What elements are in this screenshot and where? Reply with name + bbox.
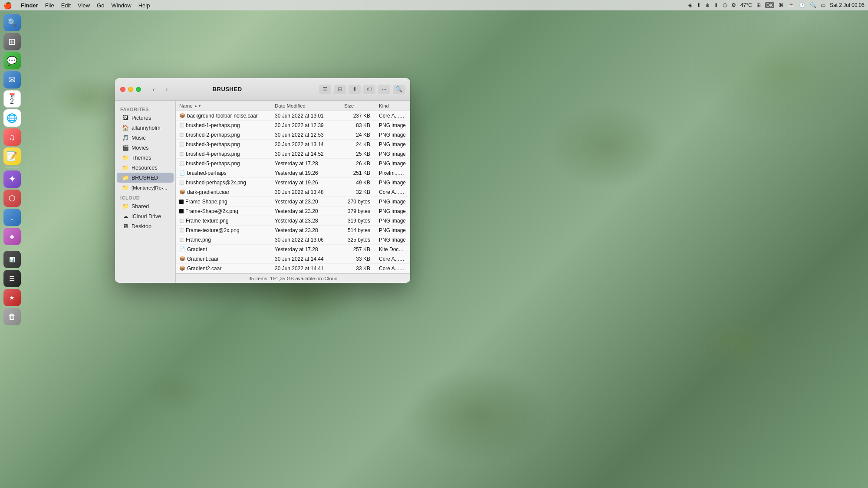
menubar-dk-badge: DK [765, 2, 774, 8]
more-button[interactable]: ··· [378, 85, 390, 94]
col-date-header[interactable]: Date Modified [271, 101, 341, 111]
dock-music[interactable]: ♫ [3, 128, 21, 146]
dock-app-pink[interactable]: ♠ [3, 228, 21, 245]
sidebar-item-movies[interactable]: 🎬 Movies [117, 143, 174, 153]
file-name: Frame-Shape@2x.png [176, 208, 271, 214]
sidebar-item-allannyholm[interactable]: 🏠 allannyholm [117, 123, 174, 133]
table-row[interactable]: 🖼Frame-texture.png Yesterday at 23.28 31… [176, 216, 410, 226]
sidebar-item-shared[interactable]: 📁 Shared [117, 201, 174, 211]
table-row[interactable]: 📄brushed-perhaps Yesterday at 19.26 251 … [176, 168, 410, 178]
sidebar-item-icloud-drive[interactable]: ☁ iCloud Drive [117, 211, 174, 221]
dock-downloads[interactable]: ↓ [3, 209, 21, 226]
table-row[interactable]: 📦background-toolbar-noise.caar 30 Jun 20… [176, 111, 410, 121]
movies-icon: 🎬 [122, 144, 129, 151]
file-size: 24 KB [341, 141, 375, 147]
table-row[interactable]: 🖼brushed-4-perhaps.png 30 Jun 2022 at 14… [176, 149, 410, 159]
menubar-app-name[interactable]: Finder [21, 2, 38, 9]
table-row[interactable]: 🖼brushed-perhaps@2x.png Yesterday at 19.… [176, 178, 410, 187]
table-row[interactable]: 📄Gradient Yesterday at 17.28 257 KB Kite… [176, 245, 410, 254]
tag-button[interactable]: 🏷 [363, 85, 375, 94]
share-button[interactable]: ⬆ [349, 85, 361, 94]
table-row[interactable]: 📦Gradient2.caar 30 Jun 2022 at 14.41 33 … [176, 264, 410, 273]
menubar-edit[interactable]: Edit [61, 2, 71, 9]
sidebar-item-pictures[interactable]: 🖼 Pictures [117, 113, 174, 123]
sidebar-item-monterey[interactable]: 📁 [Monterey]Re-... [117, 183, 174, 193]
table-row[interactable]: Frame-Shape.png Yesterday at 23.20 270 b… [176, 197, 410, 206]
file-date: Yesterday at 17.28 [271, 246, 341, 252]
menubar-go[interactable]: Go [97, 2, 104, 9]
dock-app-table[interactable]: 📊 [3, 251, 21, 268]
sidebar-item-themes[interactable]: 📁 Themes [117, 153, 174, 163]
col-name-header[interactable]: Name ▲▼ [176, 101, 271, 111]
file-kind: Core A...Archive [375, 265, 410, 272]
menubar-bluetooth-icon: ⌘ [779, 2, 784, 8]
music-icon: 🎵 [122, 134, 129, 141]
table-row[interactable]: 📦dark-gradient.caar 30 Jun 2022 at 13.48… [176, 187, 410, 197]
menubar-window[interactable]: Window [111, 2, 131, 9]
menubar-temp: 47°C [740, 2, 752, 8]
menubar-file[interactable]: File [45, 2, 54, 9]
view-list-button[interactable]: ☰ [319, 85, 331, 94]
finder-content: Name ▲▼ Date Modified Size Kind 📦backgro… [176, 101, 410, 283]
sidebar-item-brushed[interactable]: 📁 BRUSHED [117, 173, 174, 183]
menubar-view[interactable]: View [78, 2, 90, 9]
dock-app-red[interactable]: ⬡ [3, 190, 21, 207]
file-kind: Core A...Archive [375, 189, 410, 195]
dock-launchpad[interactable]: ⊞ [3, 33, 21, 50]
search-button[interactable]: 🔍 [393, 85, 405, 94]
menubar-coffee-icon: ☕ [788, 2, 795, 8]
menubar-help[interactable]: Help [138, 2, 150, 9]
view-grid-button[interactable]: ⊞ [334, 85, 346, 94]
apple-menu-icon[interactable]: 🍎 [3, 1, 12, 10]
menubar-clock-icon: 🕐 [799, 2, 806, 8]
file-name: 🖼brushed-2-perhaps.png [176, 132, 271, 138]
table-row[interactable]: 🖼Frame.png 30 Jun 2022 at 13.06 325 byte… [176, 235, 410, 245]
back-button[interactable]: ‹ [148, 85, 159, 94]
menubar-cpu-icon: ⚙ [731, 2, 736, 8]
finder-statusbar: 35 items, 191,35 GB available on iCloud [176, 273, 410, 283]
dock-notes[interactable]: 📝 [3, 147, 21, 165]
table-row[interactable]: 🖼brushed-5-perhaps.png Yesterday at 17.2… [176, 159, 410, 168]
table-row[interactable]: 🖼Frame-texture@2x.png Yesterday at 23.28… [176, 226, 410, 235]
file-kind: Pixelm...cument [375, 170, 410, 176]
file-name: 📦Gradient.caar [176, 256, 271, 262]
forward-button[interactable]: › [161, 85, 172, 94]
file-name: 📄brushed-perhaps [176, 170, 271, 176]
close-button[interactable] [120, 87, 125, 92]
col-kind-header[interactable]: Kind [375, 101, 410, 111]
menubar: 🍎 Finder File Edit View Go Window Help ◈… [0, 0, 868, 10]
dock-chrome[interactable]: 🌐 [3, 109, 21, 127]
statusbar-text: 35 items, 191,35 GB available on iCloud [248, 276, 337, 281]
minimize-button[interactable] [128, 87, 133, 92]
titlebar-nav: ‹ › [148, 85, 172, 94]
dock-mail[interactable]: ✉ [3, 71, 21, 88]
file-date: 30 Jun 2022 at 13.06 [271, 237, 341, 243]
table-row[interactable]: 📦Gradient.caar 30 Jun 2022 at 14.44 33 K… [176, 254, 410, 264]
sidebar-item-desktop[interactable]: 🖥 Desktop [117, 221, 174, 231]
finder-body: Favorites 🖼 Pictures 🏠 allannyholm 🎵 Mus… [115, 101, 410, 283]
menubar-left: 🍎 Finder File Edit View Go Window Help [3, 1, 150, 10]
dock-calendar[interactable]: 📅2 [3, 90, 21, 108]
fullscreen-button[interactable] [136, 87, 141, 92]
dock-trash[interactable]: 🗑 [3, 308, 21, 325]
dock-finder[interactable]: 🔍 [3, 14, 21, 31]
sidebar-item-label: Music [132, 135, 146, 141]
sidebar-item-label: Desktop [132, 223, 151, 229]
table-row[interactable]: Frame-Shape@2x.png Yesterday at 23.20 37… [176, 206, 410, 216]
file-date: Yesterday at 23.20 [271, 208, 341, 214]
table-row[interactable]: 🖼brushed-3-perhaps.png 30 Jun 2022 at 13… [176, 140, 410, 149]
menubar-download-icon: ⬇ [697, 2, 701, 8]
menubar-search-icon[interactable]: 🔍 [810, 2, 816, 8]
file-size: 49 KB [341, 180, 375, 186]
table-row[interactable]: 🖼brushed-2-perhaps.png 30 Jun 2022 at 12… [176, 130, 410, 140]
dock-app-red2[interactable]: ★ [3, 289, 21, 306]
file-date: 30 Jun 2022 at 12.53 [271, 132, 341, 138]
dock-app-purple[interactable]: ✦ [3, 170, 21, 188]
dock-app-list[interactable]: ☰ [3, 270, 21, 287]
sidebar-item-music[interactable]: 🎵 Music [117, 133, 174, 143]
table-row[interactable]: 🖼brushed-1-perhaps.png 30 Jun 2022 at 12… [176, 121, 410, 130]
col-size-header[interactable]: Size [341, 101, 375, 111]
file-size: 24 KB [341, 132, 375, 138]
dock-messages[interactable]: 💬 [3, 52, 21, 69]
sidebar-item-resources[interactable]: 📁 Resources [117, 163, 174, 173]
